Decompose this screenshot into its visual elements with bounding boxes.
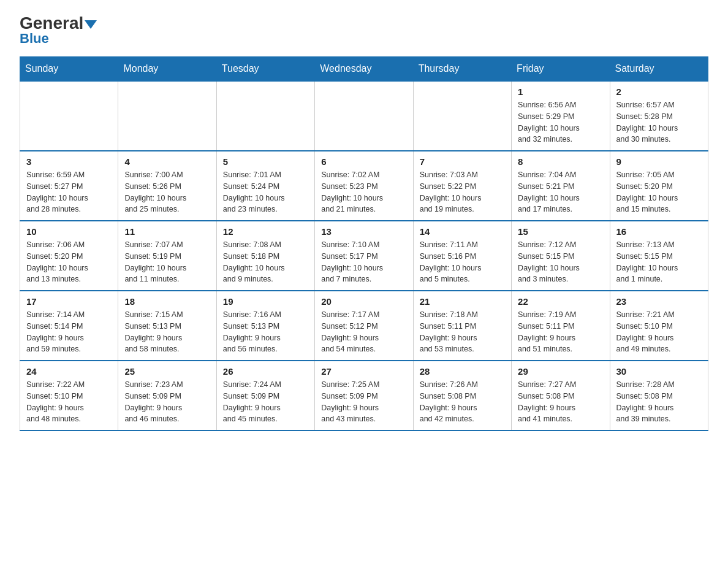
- day-number: 10: [26, 226, 112, 237]
- calendar-cell: 20Sunrise: 7:17 AMSunset: 5:12 PMDayligh…: [315, 291, 413, 361]
- day-number: 21: [420, 296, 505, 307]
- calendar-table: SundayMondayTuesdayWednesdayThursdayFrid…: [20, 56, 708, 431]
- logo-general: General: [20, 13, 83, 33]
- day-info: Sunrise: 7:14 AMSunset: 5:14 PMDaylight:…: [26, 309, 112, 355]
- day-number: 20: [321, 296, 406, 307]
- day-number: 30: [616, 366, 702, 377]
- calendar-cell: 15Sunrise: 7:12 AMSunset: 5:15 PMDayligh…: [512, 221, 610, 291]
- day-number: 14: [420, 226, 505, 237]
- calendar-cell: 5Sunrise: 7:01 AMSunset: 5:24 PMDaylight…: [216, 151, 314, 221]
- logo-triangle-icon: [85, 20, 97, 29]
- day-number: 7: [420, 156, 505, 167]
- day-info: Sunrise: 7:07 AMSunset: 5:19 PMDaylight:…: [124, 239, 210, 285]
- day-info: Sunrise: 6:56 AMSunset: 5:29 PMDaylight:…: [518, 99, 603, 145]
- day-info: Sunrise: 7:05 AMSunset: 5:20 PMDaylight:…: [616, 169, 702, 215]
- calendar-cell: 22Sunrise: 7:19 AMSunset: 5:11 PMDayligh…: [512, 291, 610, 361]
- day-info: Sunrise: 7:10 AMSunset: 5:17 PMDaylight:…: [321, 239, 406, 285]
- logo-text: General: [20, 15, 97, 32]
- day-info: Sunrise: 7:27 AMSunset: 5:08 PMDaylight:…: [518, 379, 603, 425]
- calendar-cell: 9Sunrise: 7:05 AMSunset: 5:20 PMDaylight…: [610, 151, 708, 221]
- day-info: Sunrise: 7:08 AMSunset: 5:18 PMDaylight:…: [223, 239, 308, 285]
- day-number: 3: [26, 156, 112, 167]
- calendar-cell: 21Sunrise: 7:18 AMSunset: 5:11 PMDayligh…: [413, 291, 511, 361]
- page-header: General Blue: [20, 15, 708, 47]
- weekday-header-monday: Monday: [118, 57, 216, 82]
- day-info: Sunrise: 7:03 AMSunset: 5:22 PMDaylight:…: [420, 169, 505, 215]
- day-number: 22: [518, 296, 603, 307]
- day-number: 2: [616, 86, 702, 97]
- calendar-cell: 1Sunrise: 6:56 AMSunset: 5:29 PMDaylight…: [512, 81, 610, 151]
- day-number: 29: [518, 366, 603, 377]
- day-number: 24: [26, 366, 112, 377]
- calendar-cell: 17Sunrise: 7:14 AMSunset: 5:14 PMDayligh…: [20, 291, 118, 361]
- calendar-week-3: 10Sunrise: 7:06 AMSunset: 5:20 PMDayligh…: [20, 221, 708, 291]
- calendar-cell: 23Sunrise: 7:21 AMSunset: 5:10 PMDayligh…: [610, 291, 708, 361]
- day-number: 19: [223, 296, 308, 307]
- calendar-week-2: 3Sunrise: 6:59 AMSunset: 5:27 PMDaylight…: [20, 151, 708, 221]
- day-info: Sunrise: 7:22 AMSunset: 5:10 PMDaylight:…: [26, 379, 112, 425]
- calendar-cell: 14Sunrise: 7:11 AMSunset: 5:16 PMDayligh…: [413, 221, 511, 291]
- day-number: 25: [124, 366, 210, 377]
- calendar-cell: [20, 81, 118, 151]
- calendar-cell: [216, 81, 314, 151]
- day-info: Sunrise: 7:13 AMSunset: 5:15 PMDaylight:…: [616, 239, 702, 285]
- day-info: Sunrise: 7:16 AMSunset: 5:13 PMDaylight:…: [223, 309, 308, 355]
- calendar-week-4: 17Sunrise: 7:14 AMSunset: 5:14 PMDayligh…: [20, 291, 708, 361]
- calendar-cell: 30Sunrise: 7:28 AMSunset: 5:08 PMDayligh…: [610, 361, 708, 431]
- calendar-cell: 6Sunrise: 7:02 AMSunset: 5:23 PMDaylight…: [315, 151, 413, 221]
- day-info: Sunrise: 7:19 AMSunset: 5:11 PMDaylight:…: [518, 309, 603, 355]
- day-info: Sunrise: 7:21 AMSunset: 5:10 PMDaylight:…: [616, 309, 702, 355]
- weekday-header-thursday: Thursday: [413, 57, 511, 82]
- calendar-cell: [315, 81, 413, 151]
- day-number: 13: [321, 226, 406, 237]
- calendar-cell: 8Sunrise: 7:04 AMSunset: 5:21 PMDaylight…: [512, 151, 610, 221]
- calendar-cell: 28Sunrise: 7:26 AMSunset: 5:08 PMDayligh…: [413, 361, 511, 431]
- day-number: 18: [124, 296, 210, 307]
- calendar-cell: 29Sunrise: 7:27 AMSunset: 5:08 PMDayligh…: [512, 361, 610, 431]
- calendar-cell: [413, 81, 511, 151]
- weekday-header-saturday: Saturday: [610, 57, 708, 82]
- day-info: Sunrise: 7:01 AMSunset: 5:24 PMDaylight:…: [223, 169, 308, 215]
- calendar-header-row: SundayMondayTuesdayWednesdayThursdayFrid…: [20, 57, 708, 82]
- day-number: 5: [223, 156, 308, 167]
- weekday-header-friday: Friday: [512, 57, 610, 82]
- calendar-cell: 25Sunrise: 7:23 AMSunset: 5:09 PMDayligh…: [118, 361, 216, 431]
- calendar-cell: [118, 81, 216, 151]
- day-info: Sunrise: 7:18 AMSunset: 5:11 PMDaylight:…: [420, 309, 505, 355]
- day-number: 27: [321, 366, 406, 377]
- calendar-cell: 13Sunrise: 7:10 AMSunset: 5:17 PMDayligh…: [315, 221, 413, 291]
- calendar-cell: 4Sunrise: 7:00 AMSunset: 5:26 PMDaylight…: [118, 151, 216, 221]
- calendar-cell: 10Sunrise: 7:06 AMSunset: 5:20 PMDayligh…: [20, 221, 118, 291]
- day-info: Sunrise: 7:12 AMSunset: 5:15 PMDaylight:…: [518, 239, 603, 285]
- day-info: Sunrise: 7:24 AMSunset: 5:09 PMDaylight:…: [223, 379, 308, 425]
- day-number: 1: [518, 86, 603, 97]
- calendar-week-5: 24Sunrise: 7:22 AMSunset: 5:10 PMDayligh…: [20, 361, 708, 431]
- day-number: 9: [616, 156, 702, 167]
- day-number: 26: [223, 366, 308, 377]
- day-number: 23: [616, 296, 702, 307]
- weekday-header-wednesday: Wednesday: [315, 57, 413, 82]
- day-number: 17: [26, 296, 112, 307]
- day-info: Sunrise: 7:17 AMSunset: 5:12 PMDaylight:…: [321, 309, 406, 355]
- calendar-cell: 7Sunrise: 7:03 AMSunset: 5:22 PMDaylight…: [413, 151, 511, 221]
- day-info: Sunrise: 7:06 AMSunset: 5:20 PMDaylight:…: [26, 239, 112, 285]
- day-number: 11: [124, 226, 210, 237]
- day-info: Sunrise: 7:02 AMSunset: 5:23 PMDaylight:…: [321, 169, 406, 215]
- calendar-cell: 12Sunrise: 7:08 AMSunset: 5:18 PMDayligh…: [216, 221, 314, 291]
- day-info: Sunrise: 6:57 AMSunset: 5:28 PMDaylight:…: [616, 99, 702, 145]
- day-info: Sunrise: 7:23 AMSunset: 5:09 PMDaylight:…: [124, 379, 210, 425]
- calendar-cell: 11Sunrise: 7:07 AMSunset: 5:19 PMDayligh…: [118, 221, 216, 291]
- day-info: Sunrise: 7:26 AMSunset: 5:08 PMDaylight:…: [420, 379, 505, 425]
- day-number: 15: [518, 226, 603, 237]
- calendar-cell: 18Sunrise: 7:15 AMSunset: 5:13 PMDayligh…: [118, 291, 216, 361]
- logo: General Blue: [20, 15, 97, 47]
- day-info: Sunrise: 7:04 AMSunset: 5:21 PMDaylight:…: [518, 169, 603, 215]
- day-info: Sunrise: 7:15 AMSunset: 5:13 PMDaylight:…: [124, 309, 210, 355]
- calendar-cell: 19Sunrise: 7:16 AMSunset: 5:13 PMDayligh…: [216, 291, 314, 361]
- calendar-week-1: 1Sunrise: 6:56 AMSunset: 5:29 PMDaylight…: [20, 81, 708, 151]
- weekday-header-tuesday: Tuesday: [216, 57, 314, 82]
- day-number: 16: [616, 226, 702, 237]
- day-info: Sunrise: 6:59 AMSunset: 5:27 PMDaylight:…: [26, 169, 112, 215]
- day-info: Sunrise: 7:25 AMSunset: 5:09 PMDaylight:…: [321, 379, 406, 425]
- day-number: 4: [124, 156, 210, 167]
